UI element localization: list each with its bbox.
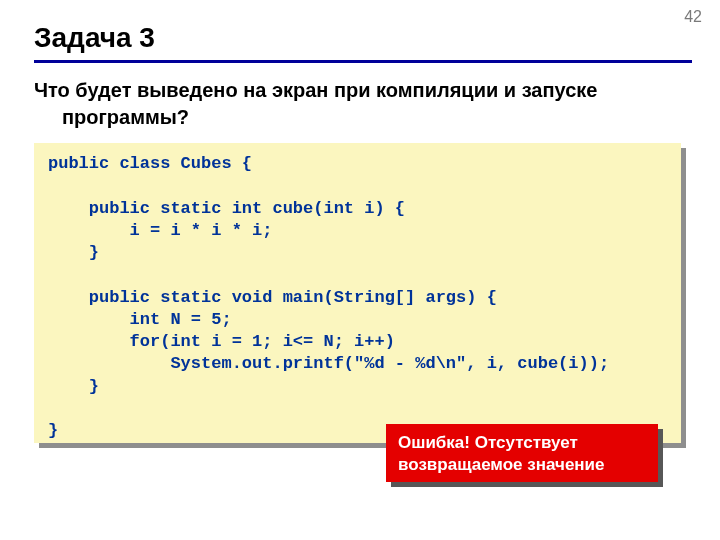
error-line-1: Ошибка! Отсутствует <box>398 433 578 452</box>
question-line-1: Что будет выведено на экран при компиляц… <box>34 79 597 101</box>
question-text: Что будет выведено на экран при компиляц… <box>34 77 692 131</box>
title-rule <box>34 60 692 63</box>
slide-title: Задача 3 <box>34 22 692 54</box>
page-number: 42 <box>684 8 702 26</box>
question-line-2: программы? <box>34 104 692 131</box>
code-box: public class Cubes { public static int c… <box>34 143 681 443</box>
error-box: Ошибка! Отсутствует возвращаемое значени… <box>386 424 658 482</box>
slide: 42 Задача 3 Что будет выведено на экран … <box>0 0 720 540</box>
code-text: public class Cubes { public static int c… <box>48 153 667 442</box>
error-callout: Ошибка! Отсутствует возвращаемое значени… <box>386 424 658 482</box>
code-block: public class Cubes { public static int c… <box>34 143 681 443</box>
error-line-2: возвращаемое значение <box>398 455 605 474</box>
